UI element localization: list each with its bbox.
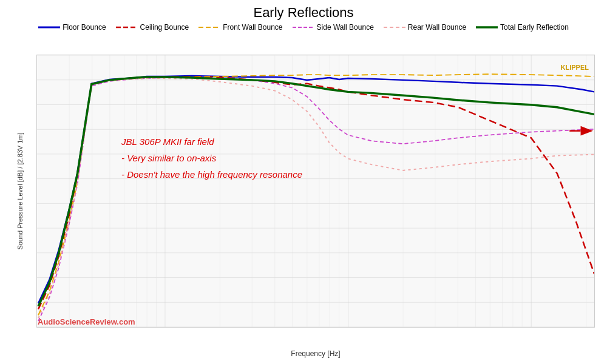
legend-floor-bounce: Floor Bounce [38, 23, 106, 32]
klippel-label: KLIPPEL [561, 64, 589, 71]
legend-total-early: Total Early Reflection [476, 23, 569, 32]
legend-floor-label: Floor Bounce [63, 23, 106, 32]
legend-front-wall: Front Wall Bounce [198, 23, 282, 32]
chart-area: 90 85 80 75 70 65 60 55 50 45 40 35 10² … [36, 55, 595, 328]
legend-front-wall-label: Front Wall Bounce [223, 23, 282, 32]
legend-side-wall-label: Side Wall Bounce [317, 23, 374, 32]
legend-ceiling-label: Ceiling Bounce [140, 23, 189, 32]
y-axis-label: Sound Pressure Level [dB] / [2.83V 1m] [16, 132, 24, 249]
legend-rear-wall-label: Rear Wall Bounce [408, 23, 466, 32]
legend: Floor Bounce Ceiling Bounce Front Wall B… [0, 21, 607, 34]
svg-rect-6 [37, 55, 594, 327]
annotation-line2: - Very similar to on-axis [121, 150, 302, 166]
main-container: Early Reflections Floor Bounce Ceiling B… [0, 0, 607, 364]
legend-ceiling-bounce: Ceiling Bounce [116, 23, 189, 32]
legend-total-label: Total Early Reflection [500, 23, 569, 32]
legend-side-wall: Side Wall Bounce [293, 23, 374, 32]
chart-svg: 90 85 80 75 70 65 60 55 50 45 40 35 10² … [37, 55, 594, 327]
chart-title: Early Reflections [0, 0, 607, 21]
x-axis-label: Frequency [Hz] [36, 349, 595, 358]
watermark: AudioScienceReview.com [38, 317, 135, 326]
annotation-line1: JBL 306P MKII far field [121, 133, 302, 150]
annotation: JBL 306P MKII far field - Very similar t… [121, 133, 302, 183]
legend-rear-wall: Rear Wall Bounce [384, 23, 466, 32]
annotation-line3: - Doesn't have the high frequency resona… [121, 166, 302, 183]
